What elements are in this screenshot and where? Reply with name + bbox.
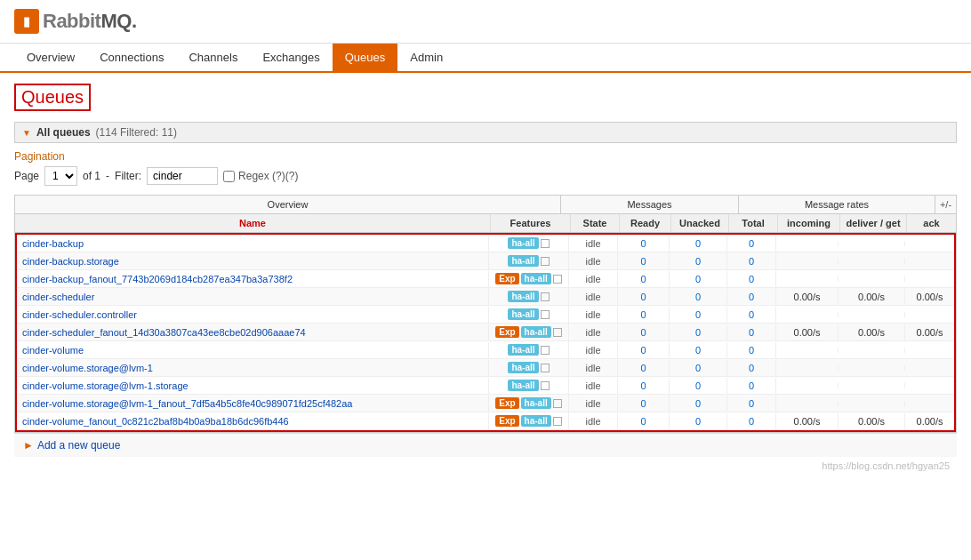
idle-square bbox=[553, 328, 562, 337]
section-count: (114 Filtered: 11) bbox=[96, 126, 177, 139]
main-nav: Overview Connections Channels Exchanges … bbox=[0, 44, 971, 73]
row-name[interactable]: cinder-scheduler bbox=[17, 289, 489, 305]
row-features: ha-all bbox=[489, 288, 569, 305]
row-incoming bbox=[776, 241, 839, 246]
row-deliver: 0.00/s bbox=[839, 289, 905, 305]
row-name[interactable]: cinder-backup bbox=[17, 236, 489, 252]
idle-square bbox=[541, 346, 550, 355]
queue-link[interactable]: cinder-backup_fanout_7743b2069d184cb287e… bbox=[22, 274, 293, 284]
tag-haall: ha-all bbox=[508, 362, 538, 373]
queue-link[interactable]: cinder-volume bbox=[22, 345, 84, 356]
row-ready: 0 bbox=[618, 324, 670, 340]
row-state: idle bbox=[569, 413, 618, 429]
row-features: ha-all bbox=[489, 235, 569, 252]
row-features: Expha-all bbox=[489, 412, 569, 429]
nav-overview[interactable]: Overview bbox=[14, 44, 87, 71]
tag-haall: ha-all bbox=[521, 397, 551, 409]
add-queue-row[interactable]: ► Add a new queue bbox=[14, 433, 957, 457]
row-total: 0 bbox=[727, 236, 776, 252]
row-features: Expha-all bbox=[489, 270, 569, 287]
row-name[interactable]: cinder-backup_fanout_7743b2069d184cb287e… bbox=[17, 271, 489, 287]
row-total: 0 bbox=[727, 324, 776, 340]
regex-checkbox[interactable] bbox=[223, 171, 235, 182]
section-header[interactable]: ▼ All queues (114 Filtered: 11) bbox=[14, 122, 957, 143]
ch-incoming: incoming bbox=[778, 214, 840, 232]
row-features: ha-all bbox=[489, 252, 569, 269]
pagination-section: Pagination Page 1 of 1 - Filter: Regex (… bbox=[14, 150, 957, 186]
row-name[interactable]: cinder-volume.storage@lvm-1 bbox=[17, 360, 489, 376]
regex-label[interactable]: Regex (?)(?) bbox=[223, 170, 298, 182]
queue-link[interactable]: cinder-scheduler_fanout_14d30a3807ca43ee… bbox=[22, 327, 306, 338]
table-row: cinder-scheduler.controller ha-all idle … bbox=[17, 306, 954, 324]
tag-haall: ha-all bbox=[508, 255, 538, 267]
idle-square bbox=[541, 239, 550, 248]
row-name[interactable]: cinder-volume.storage@lvm-1_fanout_7df5a… bbox=[17, 396, 489, 412]
queue-link[interactable]: cinder-volume_fanout_0c821c2baf8b4b0a9ba… bbox=[22, 416, 289, 427]
table-row: cinder-backup_fanout_7743b2069d184cb287e… bbox=[17, 270, 954, 288]
queue-link[interactable]: cinder-backup.storage bbox=[22, 256, 119, 267]
row-ack bbox=[905, 401, 954, 406]
ch-ack: ack bbox=[907, 214, 956, 232]
table-row: cinder-scheduler ha-all idle 0 0 0 0.00/… bbox=[17, 288, 954, 306]
row-total: 0 bbox=[727, 289, 776, 305]
page-title: Queues bbox=[14, 84, 91, 111]
idle-square bbox=[541, 381, 550, 390]
nav-queues[interactable]: Queues bbox=[333, 44, 398, 71]
row-unacked: 0 bbox=[670, 289, 727, 305]
row-name[interactable]: cinder-volume.storage@lvm-1.storage bbox=[17, 378, 489, 394]
queue-link[interactable]: cinder-scheduler bbox=[22, 292, 94, 302]
queue-link[interactable]: cinder-backup bbox=[22, 238, 84, 249]
queue-link[interactable]: cinder-volume.storage@lvm-1 bbox=[22, 363, 153, 373]
row-incoming bbox=[776, 348, 839, 353]
idle-square bbox=[541, 257, 550, 266]
row-ready: 0 bbox=[618, 307, 670, 323]
row-ack bbox=[905, 365, 954, 371]
row-name[interactable]: cinder-scheduler.controller bbox=[17, 307, 489, 323]
tag-haall: ha-all bbox=[521, 415, 551, 427]
th-overview: Overview bbox=[15, 196, 561, 214]
nav-connections[interactable]: Connections bbox=[87, 44, 176, 71]
row-unacked: 0 bbox=[670, 360, 727, 376]
row-name[interactable]: cinder-volume_fanout_0c821c2baf8b4b0a9ba… bbox=[17, 413, 489, 429]
nav-admin[interactable]: Admin bbox=[397, 44, 455, 71]
row-incoming: 0.00/s bbox=[776, 413, 839, 429]
row-state: idle bbox=[569, 360, 618, 376]
row-name[interactable]: cinder-scheduler_fanout_14d30a3807ca43ee… bbox=[17, 324, 489, 340]
row-state: idle bbox=[569, 378, 618, 394]
row-deliver bbox=[839, 383, 905, 388]
row-incoming bbox=[776, 401, 839, 406]
idle-square bbox=[553, 417, 562, 426]
row-ready: 0 bbox=[618, 360, 670, 376]
logo: ▮ RabbitMQ. bbox=[14, 9, 137, 34]
row-ack bbox=[905, 241, 954, 246]
row-name[interactable]: cinder-volume bbox=[17, 342, 489, 358]
row-ack bbox=[905, 312, 954, 317]
page-content: Queues ▼ All queues (114 Filtered: 11) P… bbox=[0, 73, 971, 485]
page-select[interactable]: 1 bbox=[44, 166, 77, 186]
nav-channels[interactable]: Channels bbox=[176, 44, 250, 71]
filter-input[interactable] bbox=[147, 167, 218, 185]
add-queue-link[interactable]: Add a new queue bbox=[37, 439, 120, 452]
tag-haall: ha-all bbox=[508, 344, 538, 356]
row-incoming bbox=[776, 365, 839, 371]
logo-mq: MQ. bbox=[100, 10, 136, 32]
th-plusminus[interactable]: +/- bbox=[935, 196, 956, 214]
row-incoming: 0.00/s bbox=[776, 324, 839, 340]
nav-exchanges[interactable]: Exchanges bbox=[250, 44, 332, 71]
row-name[interactable]: cinder-backup.storage bbox=[17, 253, 489, 269]
queue-link[interactable]: cinder-volume.storage@lvm-1_fanout_7df5a… bbox=[22, 398, 352, 409]
section-arrow: ▼ bbox=[22, 128, 31, 138]
header: ▮ RabbitMQ. bbox=[0, 0, 971, 44]
tag-haall: ha-all bbox=[508, 237, 538, 249]
add-queue-arrow: ► bbox=[23, 439, 34, 452]
row-features: ha-all bbox=[489, 341, 569, 358]
idle-square bbox=[553, 399, 562, 408]
row-ack bbox=[905, 276, 954, 282]
row-total: 0 bbox=[727, 253, 776, 269]
queue-link[interactable]: cinder-volume.storage@lvm-1.storage bbox=[22, 380, 189, 391]
ch-deliver: deliver / get bbox=[840, 214, 907, 232]
row-unacked: 0 bbox=[670, 396, 727, 412]
table-row: cinder-volume ha-all idle 0 0 0 bbox=[17, 341, 954, 359]
row-state: idle bbox=[569, 271, 618, 287]
queue-link[interactable]: cinder-scheduler.controller bbox=[22, 309, 137, 320]
